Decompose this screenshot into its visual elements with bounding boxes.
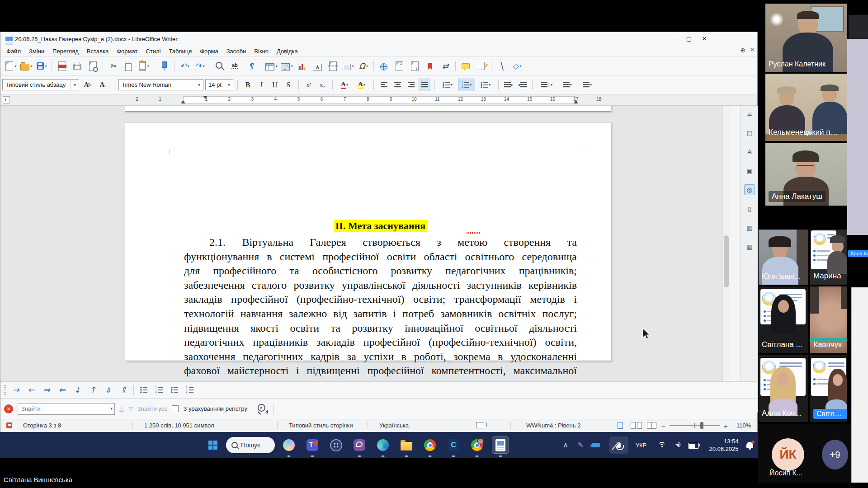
c-app-icon[interactable]: C xyxy=(445,436,462,454)
battery-icon[interactable] xyxy=(686,436,701,454)
video-tile[interactable]: Анна Лакатуш xyxy=(765,143,847,228)
status-list-level[interactable]: WWNum4 : Рівень 2 xyxy=(526,422,580,429)
dropdown-arrow-icon[interactable]: ▾ xyxy=(275,64,277,68)
zoom-in-button[interactable]: + xyxy=(724,422,728,430)
insert-textbox-button[interactable] xyxy=(310,59,325,73)
video-tile[interactable]: Світлана ... xyxy=(759,286,808,353)
menu-item-10[interactable]: Вікно xyxy=(250,47,273,56)
libreoffice-writer-taskbar-icon[interactable] xyxy=(492,436,509,454)
view-multi-page-icon[interactable] xyxy=(631,422,642,429)
onedrive-icon[interactable] xyxy=(589,436,603,454)
sidebar-styles-icon[interactable]: A xyxy=(744,146,755,157)
volume-icon[interactable] xyxy=(671,436,684,454)
underline-button[interactable]: U xyxy=(269,79,281,91)
align-left-button[interactable] xyxy=(378,79,390,91)
video-tile[interactable]: Світлана xyxy=(810,355,847,422)
find-and-replace-button[interactable] xyxy=(212,59,228,73)
move-up-button[interactable]: ↑ xyxy=(85,383,100,397)
sidebar-gallery-icon[interactable]: ▣ xyxy=(744,165,755,176)
copy-button[interactable] xyxy=(121,59,136,73)
modified-indicator-icon[interactable] xyxy=(6,422,12,428)
tab-stop-selector[interactable]: L xyxy=(3,96,10,103)
insert-hyperlink-button[interactable] xyxy=(376,59,392,73)
promote-button[interactable]: ← xyxy=(24,383,39,397)
close-button[interactable]: ✕ xyxy=(697,33,712,45)
insert-cross-reference-button[interactable]: ⇄ xyxy=(438,59,453,73)
menu-item-5[interactable]: Формат xyxy=(113,47,142,56)
copilot-icon[interactable] xyxy=(280,436,297,454)
viber-icon[interactable] xyxy=(351,436,368,454)
paragraph-spacing-increase-button[interactable]: ▾ xyxy=(558,79,576,91)
dropdown-arrow-icon[interactable]: ▾ xyxy=(519,64,521,68)
edge-icon[interactable] xyxy=(374,436,392,454)
dropdown-arrow-icon[interactable]: ▾ xyxy=(45,64,47,68)
increase-indent-button[interactable]: ▸ xyxy=(503,79,514,91)
status-word-count[interactable]: 1 250 слів, 10 951 символ xyxy=(144,422,214,429)
maximize-button[interactable]: ▢ xyxy=(681,33,697,45)
insert-line-button[interactable]: ╲ xyxy=(494,59,509,73)
view-book-icon[interactable] xyxy=(647,422,656,429)
start-button[interactable] xyxy=(204,436,222,454)
undo-button[interactable]: ↶▾ xyxy=(177,59,192,73)
dropdown-arrow-icon[interactable]: ▾ xyxy=(291,64,292,68)
more-participants-badge[interactable]: +9 xyxy=(822,440,848,469)
no-list-button[interactable] xyxy=(167,383,182,397)
vertical-scrollbar[interactable] xyxy=(722,106,730,413)
dropdown-arrow-icon[interactable]: ▾ xyxy=(203,64,204,68)
clone-formatting-button[interactable] xyxy=(156,59,172,73)
font-color-button[interactable]: A ▾ xyxy=(337,79,352,91)
dropdown-arrow-icon[interactable]: ▾ xyxy=(147,64,149,68)
video-tile[interactable]: ЙК Йосип К... +9 xyxy=(758,424,851,483)
move-up-with-subpoints-button[interactable]: ⇑ xyxy=(116,383,131,397)
print-button[interactable] xyxy=(70,59,85,73)
bold-button[interactable]: B xyxy=(242,79,254,91)
video-tile[interactable]: Алла Коч... xyxy=(759,355,808,422)
find-previous-button[interactable]: △ xyxy=(119,405,124,412)
dropdown-arrow-icon[interactable]: ▾ xyxy=(30,64,32,68)
status-zoom-level[interactable]: 110% xyxy=(736,422,751,429)
notification-bell-icon[interactable] xyxy=(743,436,756,454)
dropdown-arrow-icon[interactable]: ▾ xyxy=(14,64,16,68)
selection-mode-icon[interactable] xyxy=(476,422,484,429)
align-center-button[interactable] xyxy=(392,79,403,91)
find-all-button[interactable]: Знайти усе xyxy=(137,405,167,412)
promote-with-subpoints-button[interactable]: ⇐ xyxy=(54,383,70,397)
file-explorer-icon[interactable] xyxy=(398,436,415,454)
insert-field-button[interactable]: ▾ xyxy=(340,59,356,73)
language-globe-icon[interactable]: ⊕ xyxy=(740,47,745,54)
video-tile[interactable]: Юля Івані... xyxy=(759,230,808,285)
video-tile[interactable]: Марина xyxy=(810,230,847,285)
font-size-combo[interactable]: 14 pt ▾ xyxy=(205,79,233,90)
video-tile[interactable]: Руслан Калетник xyxy=(765,4,847,72)
video-tile[interactable]: Кельменецький профес xyxy=(765,74,847,141)
chevron-down-icon[interactable]: ▾ xyxy=(346,83,348,87)
new-document-button[interactable]: ▾ xyxy=(3,59,19,73)
chevron-down-icon[interactable]: ▾ xyxy=(110,406,113,411)
chevron-down-icon[interactable]: ▾ xyxy=(195,80,203,90)
insert-endnote-button[interactable] xyxy=(407,59,422,73)
insert-bookmark-button[interactable] xyxy=(422,59,438,73)
chrome-profile-icon[interactable] xyxy=(468,436,486,454)
document-area[interactable]: ІІ. Мета заснування 2.1. Віртуальна Гале… xyxy=(1,106,722,413)
redo-button[interactable]: ↷▾ xyxy=(192,59,208,73)
track-changes-button[interactable] xyxy=(473,59,489,73)
bullet-list-button[interactable]: ▾ xyxy=(439,79,456,91)
strikethrough-button[interactable]: S xyxy=(283,79,294,91)
insert-comment-button[interactable] xyxy=(458,59,473,73)
find-and-replace-icon[interactable]: ad xyxy=(257,404,269,414)
subscript-button[interactable]: x₂ xyxy=(316,79,328,91)
spelling-button[interactable] xyxy=(228,59,243,73)
menu-item-1[interactable]: Файл xyxy=(2,47,25,56)
list-format-button[interactable] xyxy=(182,383,198,397)
menu-item-7[interactable]: Таблиця xyxy=(165,47,196,56)
chevron-down-icon[interactable]: ▾ xyxy=(363,83,365,87)
view-single-page-icon[interactable] xyxy=(618,422,624,429)
line-spacing-button[interactable]: ↕▾ xyxy=(537,79,557,91)
paragraph-spacing-decrease-button[interactable]: ▾ xyxy=(578,79,596,91)
outline-list-button[interactable]: ▾ xyxy=(477,79,494,91)
close-find-bar-button[interactable]: ✕ xyxy=(4,404,13,413)
zoom-out-button[interactable]: − xyxy=(661,422,665,430)
paragraph-style-combo[interactable]: Типовий стиль абзацу ▾ xyxy=(2,79,79,90)
justify-button[interactable] xyxy=(419,79,430,91)
menu-item-11[interactable]: Довідка xyxy=(273,47,302,56)
